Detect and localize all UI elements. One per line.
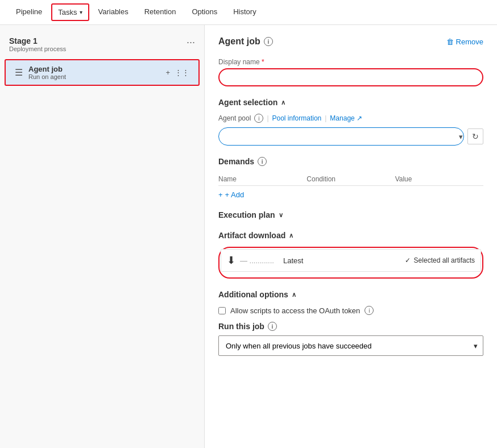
oauth-label: Allow scripts to access the OAuth token bbox=[230, 306, 360, 315]
agent-job-sub: Run on agent bbox=[28, 73, 66, 80]
nav-history[interactable]: History bbox=[226, 2, 263, 23]
external-link-icon: ↗ bbox=[357, 114, 362, 122]
top-navigation: Pipeline Tasks ▾ Variables Retention Opt… bbox=[0, 0, 497, 25]
demands-section: Demands i Name Condition Value + + Add bbox=[218, 157, 483, 199]
trash-icon: 🗑 bbox=[446, 38, 454, 46]
col-condition: Condition bbox=[307, 175, 395, 183]
artifact-item[interactable]: ⬇ — ............ Latest ✓ Selected all a… bbox=[221, 249, 481, 272]
additional-options-chevron[interactable]: ∧ bbox=[292, 291, 296, 298]
agent-selection-section: Agent selection ∧ Agent pool i | Pool in… bbox=[218, 98, 483, 146]
panel-title-text: Agent job bbox=[218, 36, 260, 47]
additional-options-header: Additional options ∧ bbox=[218, 290, 483, 299]
nav-variables[interactable]: Variables bbox=[92, 2, 135, 23]
artifact-download-header: Artifact download ∧ bbox=[218, 231, 483, 240]
artifact-download-section: Artifact download ∧ ⬇ — ............ Lat… bbox=[218, 231, 483, 279]
run-job-info-icon[interactable]: i bbox=[268, 322, 277, 331]
agent-pool-info-icon[interactable]: i bbox=[254, 114, 263, 123]
agent-pool-select-wrapper: ▾ ↻ bbox=[218, 127, 483, 146]
agent-job-title: Agent job bbox=[28, 65, 66, 73]
panel-title-row: Agent job i bbox=[218, 36, 273, 47]
artifact-version: Latest bbox=[283, 256, 303, 265]
stage-title: Stage 1 bbox=[9, 36, 66, 45]
stage-subtitle: Deployment process bbox=[9, 45, 66, 52]
main-layout: Stage 1 Deployment process ··· ☰ Agent j… bbox=[0, 25, 497, 448]
plus-icon: + bbox=[218, 190, 223, 199]
nav-tasks[interactable]: Tasks ▾ bbox=[51, 3, 89, 21]
remove-button[interactable]: 🗑 Remove bbox=[446, 38, 483, 46]
execution-plan-section: Execution plan ∨ bbox=[218, 210, 483, 219]
stage-info: Stage 1 Deployment process bbox=[9, 36, 66, 52]
add-task-icon[interactable]: + bbox=[165, 68, 170, 77]
display-name-label: Display name * bbox=[218, 58, 483, 66]
agent-job-icon: ☰ bbox=[15, 67, 23, 78]
oauth-info-icon[interactable]: i bbox=[365, 306, 374, 315]
agent-pool-row: Agent pool i | Pool information | Manage… bbox=[218, 114, 483, 123]
artifact-name: — ............ bbox=[240, 256, 274, 265]
nav-retention[interactable]: Retention bbox=[138, 2, 183, 23]
oauth-checkbox[interactable] bbox=[218, 307, 226, 314]
agent-job-item[interactable]: ☰ Agent job Run on agent + ⋮⋮ bbox=[5, 59, 200, 86]
artifact-selection-label: Selected all artifacts bbox=[414, 256, 475, 264]
panel-info-icon[interactable]: i bbox=[264, 37, 273, 46]
artifact-download-icon: ⬇ bbox=[227, 254, 235, 267]
execution-plan-header: Execution plan ∨ bbox=[218, 210, 483, 219]
add-demand-button[interactable]: + + Add bbox=[218, 190, 483, 199]
artifact-check-icon: ✓ bbox=[405, 256, 411, 264]
agent-selection-header: Agent selection ∧ bbox=[218, 98, 483, 107]
agent-selection-chevron[interactable]: ∧ bbox=[281, 99, 285, 106]
demands-info-icon[interactable]: i bbox=[258, 157, 267, 166]
artifact-download-chevron[interactable]: ∧ bbox=[289, 232, 293, 239]
col-name: Name bbox=[218, 175, 307, 183]
col-value: Value bbox=[395, 175, 483, 183]
oauth-checkbox-row: Allow scripts to access the OAuth token … bbox=[218, 306, 483, 315]
artifact-item-wrapper: ⬇ — ............ Latest ✓ Selected all a… bbox=[218, 247, 483, 279]
right-panel: Agent job i 🗑 Remove Display name * Agen… bbox=[205, 25, 497, 448]
display-name-section: Display name * bbox=[218, 58, 483, 86]
sidebar: Stage 1 Deployment process ··· ☰ Agent j… bbox=[0, 25, 205, 448]
drag-icon[interactable]: ⋮⋮ bbox=[175, 68, 189, 77]
demands-header: Demands i bbox=[218, 157, 483, 166]
nav-options[interactable]: Options bbox=[185, 2, 224, 23]
run-job-dropdown[interactable]: Only when all previous jobs have succeed… bbox=[218, 335, 483, 356]
refresh-button[interactable]: ↻ bbox=[467, 128, 483, 144]
execution-plan-chevron[interactable]: ∨ bbox=[279, 211, 283, 219]
manage-link[interactable]: Manage ↗ bbox=[330, 114, 362, 122]
additional-options-section: Additional options ∧ Allow scripts to ac… bbox=[218, 290, 483, 356]
run-job-dropdown-wrapper: Only when all previous jobs have succeed… bbox=[218, 335, 483, 356]
stage-menu-icon[interactable]: ··· bbox=[187, 36, 195, 48]
display-name-input[interactable] bbox=[218, 68, 483, 86]
nav-pipeline[interactable]: Pipeline bbox=[9, 2, 49, 23]
tasks-chevron-icon: ▾ bbox=[80, 9, 82, 15]
agent-pool-select[interactable] bbox=[218, 127, 464, 146]
demands-table-header: Name Condition Value bbox=[218, 173, 483, 186]
pool-information-link[interactable]: Pool information bbox=[272, 114, 322, 122]
run-job-row: Run this job i bbox=[218, 322, 483, 331]
stage-header: Stage 1 Deployment process ··· bbox=[0, 32, 204, 59]
panel-header: Agent job i 🗑 Remove bbox=[218, 36, 483, 47]
